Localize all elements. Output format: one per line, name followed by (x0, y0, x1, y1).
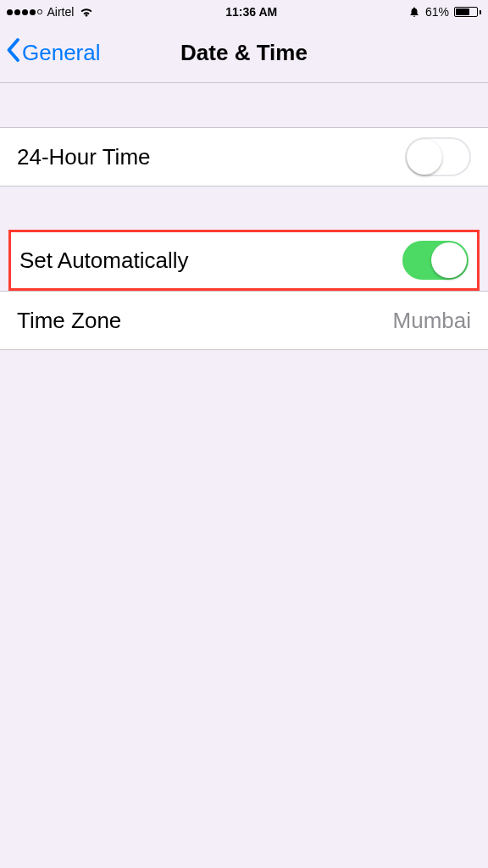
chevron-left-icon (5, 37, 20, 69)
alarm-icon (408, 6, 420, 18)
back-button-label: General (22, 40, 101, 66)
status-time: 11:36 AM (225, 5, 277, 19)
toggle-24-hour-time[interactable] (405, 137, 471, 176)
cell-label: 24-Hour Time (17, 144, 151, 170)
status-right: 61% (408, 5, 481, 19)
group-spacer (0, 186, 488, 231)
battery-percent-label: 61% (425, 5, 449, 19)
wifi-icon (79, 6, 94, 18)
back-button[interactable]: General (0, 37, 101, 69)
toggle-knob (431, 242, 467, 278)
nav-bar: General Date & Time (0, 24, 488, 83)
cell-set-automatically[interactable]: Set Automatically (11, 232, 477, 288)
signal-strength-icon (7, 9, 42, 15)
toggle-set-automatically[interactable] (402, 241, 469, 280)
highlight-box: Set Automatically (8, 230, 480, 291)
cell-24-hour-time[interactable]: 24-Hour Time (0, 127, 488, 186)
carrier-label: Airtel (47, 5, 75, 19)
cell-label: Set Automatically (19, 248, 188, 274)
group-spacer (0, 83, 488, 127)
status-left: Airtel (7, 5, 94, 19)
cell-label: Time Zone (17, 308, 121, 334)
toggle-knob (407, 139, 442, 175)
status-bar: Airtel 11:36 AM 61% (0, 0, 488, 24)
cell-time-zone[interactable]: Time Zone Mumbai (0, 291, 488, 350)
battery-icon (454, 7, 481, 17)
cell-value: Mumbai (393, 308, 471, 334)
